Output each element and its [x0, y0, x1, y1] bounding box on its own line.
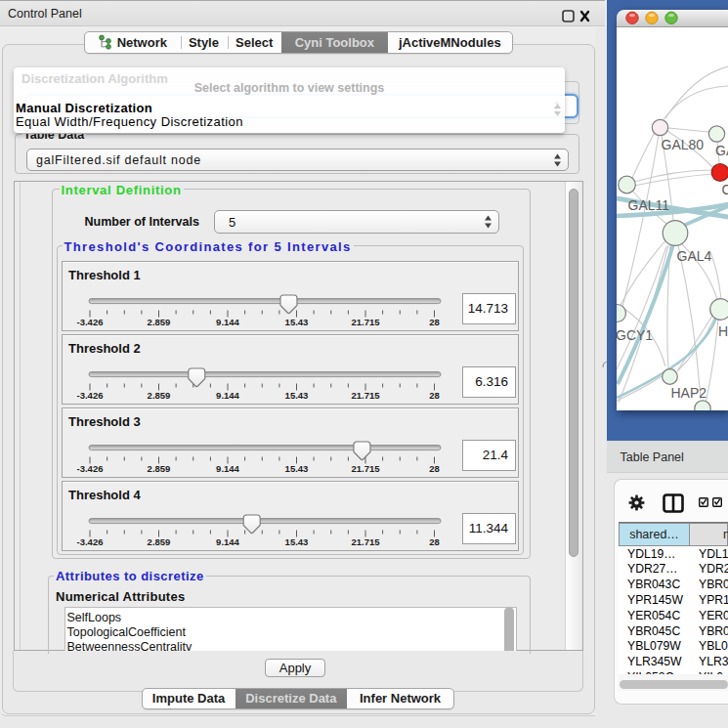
- svg-text:28: 28: [429, 390, 440, 401]
- svg-text:2.859: 2.859: [148, 317, 171, 327]
- svg-text:HAP2: HAP2: [670, 385, 707, 401]
- svg-text:2.859: 2.859: [148, 536, 171, 547]
- svg-text:-3.426: -3.426: [77, 390, 104, 401]
- svg-text:H: H: [718, 323, 728, 339]
- svg-text:28: 28: [429, 463, 440, 474]
- svg-text:15.43: 15.43: [285, 317, 309, 327]
- svg-text:9.144: 9.144: [216, 390, 239, 401]
- svg-text:21.715: 21.715: [351, 536, 380, 547]
- svg-text:GA: GA: [715, 143, 728, 158]
- svg-text:GCY1: GCY1: [617, 326, 653, 342]
- svg-text:21.715: 21.715: [351, 463, 380, 474]
- svg-text:21.715: 21.715: [351, 390, 380, 401]
- svg-text:GAL80: GAL80: [661, 136, 704, 151]
- svg-text:GAL4: GAL4: [676, 247, 711, 263]
- svg-text:9.144: 9.144: [216, 463, 239, 474]
- svg-text:-3.426: -3.426: [77, 463, 104, 474]
- svg-text:2.859: 2.859: [148, 463, 171, 474]
- svg-text:15.43: 15.43: [285, 390, 309, 401]
- svg-text:-3.426: -3.426: [77, 317, 104, 327]
- svg-text:28: 28: [429, 317, 440, 327]
- svg-text:-3.426: -3.426: [77, 536, 104, 547]
- svg-text:C: C: [721, 181, 728, 196]
- svg-text:9.144: 9.144: [216, 317, 239, 327]
- svg-text:21.715: 21.715: [351, 317, 380, 327]
- svg-text:9.144: 9.144: [216, 536, 239, 547]
- svg-text:15.43: 15.43: [285, 536, 309, 547]
- svg-text:2.859: 2.859: [148, 390, 171, 401]
- svg-text:28: 28: [429, 536, 440, 547]
- svg-text:GAL11: GAL11: [627, 196, 669, 212]
- svg-text:15.43: 15.43: [285, 463, 309, 474]
